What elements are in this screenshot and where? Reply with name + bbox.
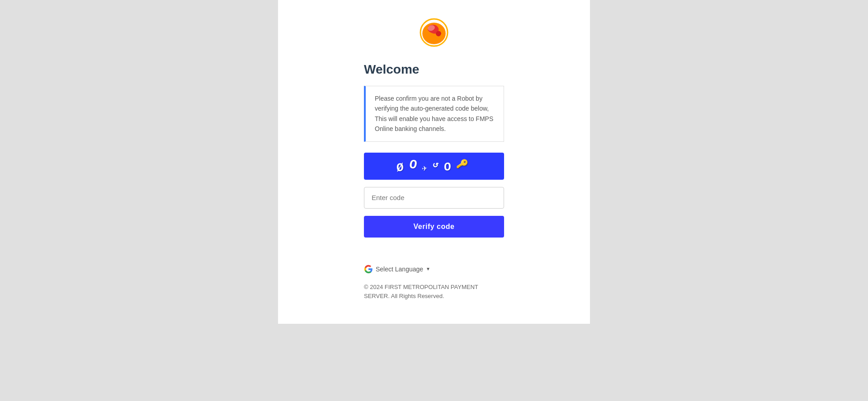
captcha-char-6: 🔑 — [456, 158, 473, 171]
logo-container — [420, 18, 448, 49]
main-card: Welcome Please confirm you are not a Rob… — [278, 0, 590, 324]
captcha-char-1: Ø — [396, 160, 408, 175]
language-selector[interactable]: Select Language ▼ — [364, 265, 430, 274]
copyright-text: © 2024 FIRST METROPOLITAN PAYMENT SERVER… — [364, 283, 504, 302]
captcha-display: Ø O ✈ ↺ O 🔑 — [364, 153, 504, 180]
verify-button[interactable]: Verify code — [364, 216, 504, 238]
language-label: Select Language — [376, 266, 423, 273]
captcha-char-2: O — [408, 158, 422, 173]
globe-icon — [420, 18, 448, 47]
captcha-char-5: O — [444, 160, 455, 174]
captcha-text: Ø O ✈ ↺ O 🔑 — [396, 159, 472, 173]
captcha-char-4: ↺ — [432, 158, 444, 171]
language-dropdown-arrow: ▼ — [426, 266, 430, 271]
info-box: Please confirm you are not a Robot by ve… — [364, 86, 504, 142]
google-g-icon — [364, 265, 373, 274]
code-input[interactable] — [364, 187, 504, 209]
info-text: Please confirm you are not a Robot by ve… — [375, 93, 495, 134]
content-area: Welcome Please confirm you are not a Rob… — [364, 62, 504, 238]
page-title: Welcome — [364, 62, 419, 77]
captcha-char-3: ✈ — [422, 162, 431, 174]
footer-area: Select Language ▼ © 2024 FIRST METROPOLI… — [364, 238, 504, 302]
page-wrapper: Welcome Please confirm you are not a Rob… — [0, 0, 868, 401]
